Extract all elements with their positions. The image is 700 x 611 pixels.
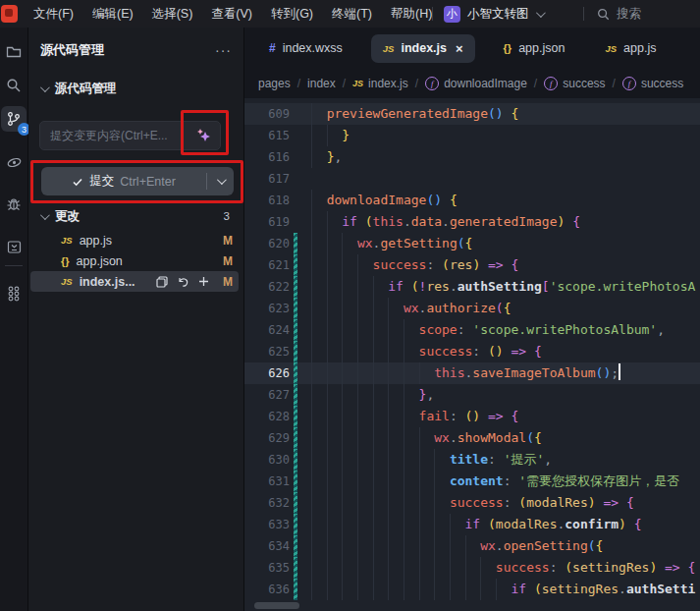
breadcrumb-item[interactable]: fsuccess — [544, 77, 605, 90]
tab-index.wxss[interactable]: #index.wxss — [257, 34, 354, 63]
code-token: , — [334, 149, 342, 164]
search-sidebar-icon[interactable] — [1, 73, 27, 98]
code-editor[interactable]: 609previewGeneratedImage() {615}616},617… — [244, 98, 700, 611]
code-line[interactable]: 633if (modalRes.confirm) { — [244, 514, 700, 535]
preview-eye-icon[interactable] — [1, 149, 27, 175]
code-token: scope — [419, 322, 458, 337]
code-line[interactable]: 627}, — [244, 384, 700, 406]
breadcrumb-label: pages — [258, 77, 291, 90]
global-search[interactable]: 搜索 — [597, 4, 641, 24]
file-row[interactable]: JSindex.js...M — [30, 271, 239, 292]
more-actions-icon[interactable]: ··· — [215, 42, 232, 58]
menu-item[interactable]: 选择(S) — [152, 6, 193, 23]
section-header-source-control[interactable]: 源代码管理 — [40, 81, 117, 96]
breadcrumb[interactable]: pages/index/JSindex.js/fdownloadImage/fs… — [244, 69, 700, 98]
ide-window: 文件(F)编辑(E)选择(S)查看(V)转到(G)终端(T)帮助(H) 小 小智… — [0, 0, 700, 611]
project-name: 小智文转图 — [467, 6, 529, 23]
menu-item[interactable]: 帮助(H) — [391, 6, 432, 23]
line-number: 624 — [244, 319, 290, 341]
code-line[interactable]: 625success: () => { — [244, 341, 700, 362]
js-file-icon: JS — [61, 276, 73, 287]
titlebar-divider — [583, 7, 584, 21]
code-token: . — [450, 430, 458, 445]
code-token: fail — [419, 409, 450, 423]
code-line[interactable]: 632success: (modalRes) => { — [244, 492, 700, 514]
code-line[interactable]: 609previewGeneratedImage() { — [244, 103, 700, 125]
code-token: ( — [411, 279, 419, 294]
code-token: ( — [565, 560, 572, 575]
stage-plus-icon[interactable] — [198, 276, 209, 287]
breadcrumb-item[interactable]: pages — [258, 77, 291, 90]
code-token — [504, 409, 512, 423]
code-line[interactable]: 621success: (res) => { — [244, 254, 700, 276]
code-token: wx — [357, 236, 373, 250]
indent-guides — [311, 492, 450, 514]
tab-app.js[interactable]: JSapp.js — [593, 34, 668, 63]
line-number: 622 — [244, 276, 290, 298]
code-line[interactable]: 619if (this.data.generatedImage) { — [244, 211, 700, 233]
extensions-grid-icon[interactable] — [1, 281, 27, 306]
debug-bug-icon[interactable] — [1, 192, 27, 217]
code-token: authSetti — [626, 582, 695, 596]
file-name: app.js — [80, 234, 112, 248]
line-number: 621 — [244, 254, 290, 276]
tab-app.json[interactable]: {}app.json — [492, 34, 577, 63]
line-content: fail: () => { — [297, 406, 518, 427]
project-selector[interactable]: 小 小智文转图 — [444, 3, 543, 25]
horizontal-scrollbar[interactable] — [254, 602, 299, 609]
code-token: { — [634, 517, 642, 531]
breadcrumb-item[interactable]: fsuccess — [622, 77, 683, 90]
code-line[interactable]: 628fail: () => { — [244, 406, 700, 427]
code-line[interactable]: 622if (!res.authSetting['scope.writePhot… — [244, 276, 700, 298]
ai-generate-commit-button[interactable] — [191, 125, 215, 146]
explorer-icon[interactable] — [1, 39, 27, 65]
code-line[interactable]: 630title: '提示', — [244, 449, 700, 471]
commit-dropdown-button[interactable] — [207, 178, 234, 185]
code-line[interactable]: 626this.saveImageToAlbum(); — [244, 362, 700, 384]
breadcrumb-label: success — [563, 77, 605, 90]
code-token: { — [596, 538, 604, 553]
breadcrumb-separator: / — [534, 77, 537, 90]
file-row[interactable]: {}app.jsonM — [28, 250, 241, 271]
breadcrumb-separator: / — [415, 77, 418, 90]
tab-label: index.js — [401, 41, 447, 55]
code-line[interactable]: 616}, — [244, 146, 700, 168]
tab-index.js[interactable]: JSindex.js× — [371, 34, 475, 63]
file-row[interactable]: JSapp.jsM — [28, 230, 241, 250]
code-line[interactable]: 624scope: 'scope.writePhotosAlbum', — [244, 319, 700, 341]
menu-item[interactable]: 终端(T) — [332, 6, 372, 23]
code-line[interactable]: 615} — [244, 125, 700, 146]
commit-button-label: 提交 — [89, 173, 114, 190]
line-content: success: (settingRes) => { — [297, 557, 695, 579]
breadcrumb-item[interactable]: fdownloadImage — [425, 77, 527, 90]
code-line[interactable]: 620wx.getSetting({ — [244, 233, 700, 254]
code-line[interactable]: 617 — [244, 168, 700, 190]
menu-item[interactable]: 文件(F) — [33, 6, 74, 23]
terminal-panel-icon[interactable] — [1, 234, 27, 259]
source-control-icon[interactable]: 3 — [1, 106, 27, 132]
code-line[interactable]: 629wx.showModal({ — [244, 427, 700, 449]
menu-item[interactable]: 编辑(E) — [92, 6, 134, 23]
code-line[interactable]: 634wx.openSetting({ — [244, 535, 700, 557]
line-number: 615 — [244, 125, 290, 146]
breadcrumb-item[interactable]: index — [307, 77, 336, 90]
indent-guides — [311, 103, 327, 125]
close-icon[interactable]: × — [456, 41, 463, 56]
line-content: if (this.data.generatedImage) { — [297, 211, 580, 233]
code-line[interactable]: 623wx.authorize({ — [244, 298, 700, 319]
menu-item[interactable]: 转到(G) — [271, 6, 313, 23]
code-line[interactable]: 635success: (settingRes) => { — [244, 557, 700, 579]
code-line[interactable]: 636if (settingRes.authSetti — [244, 579, 700, 600]
breadcrumb-item[interactable]: JSindex.js — [352, 77, 408, 90]
open-file-icon[interactable] — [156, 276, 168, 288]
commit-button[interactable]: 提交 Ctrl+Enter — [41, 167, 234, 195]
menu-item[interactable]: 查看(V) — [211, 6, 252, 23]
code-token: : — [504, 495, 512, 510]
code-line[interactable]: 618downloadImage() { — [244, 190, 700, 211]
app-logo-icon[interactable] — [1, 5, 18, 23]
line-content: downloadImage() { — [297, 190, 458, 211]
discard-changes-icon[interactable] — [177, 276, 189, 288]
changes-section-header[interactable]: 更改 3 — [40, 207, 230, 225]
modified-status-badge: M — [219, 254, 233, 268]
code-line[interactable]: 631content: '需要您授权保存图片，是否 — [244, 471, 700, 492]
